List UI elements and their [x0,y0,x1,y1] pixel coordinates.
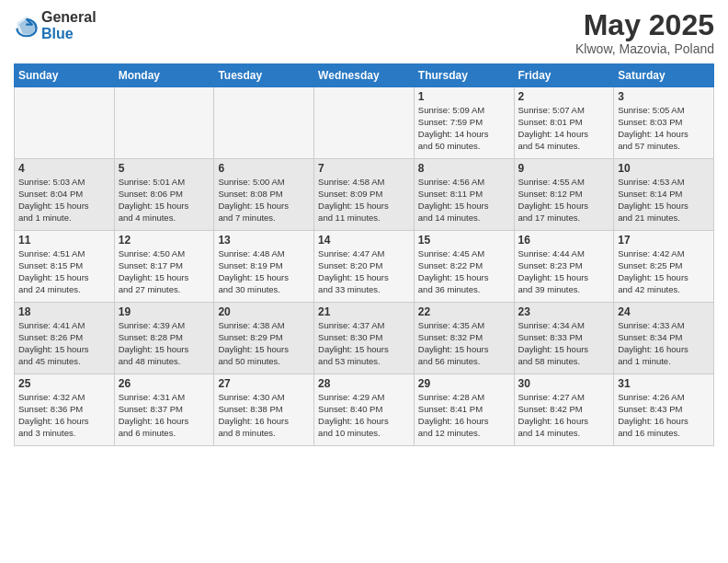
day-info: Sunrise: 4:53 AM Sunset: 8:14 PM Dayligh… [618,177,710,224]
table-row: 17Sunrise: 4:42 AM Sunset: 8:25 PM Dayli… [614,231,714,303]
col-monday: Monday [114,64,214,87]
table-row: 31Sunrise: 4:26 AM Sunset: 8:43 PM Dayli… [614,374,714,446]
day-number: 2 [518,90,610,103]
logo-general-text: General [41,9,97,26]
day-number: 21 [318,305,410,318]
table-row: 15Sunrise: 4:45 AM Sunset: 8:22 PM Dayli… [414,231,514,303]
table-row: 11Sunrise: 4:51 AM Sunset: 8:15 PM Dayli… [15,231,115,303]
day-number: 18 [18,305,110,318]
table-row: 29Sunrise: 4:28 AM Sunset: 8:41 PM Dayli… [414,374,514,446]
day-info: Sunrise: 5:05 AM Sunset: 8:03 PM Dayligh… [618,105,710,152]
col-sunday: Sunday [15,64,115,87]
col-thursday: Thursday [414,64,514,87]
page: General Blue May 2025 Klwow, Mazovia, Po… [0,0,728,563]
day-number: 7 [318,162,410,175]
table-row: 5Sunrise: 5:01 AM Sunset: 8:06 PM Daylig… [114,159,214,231]
day-info: Sunrise: 5:00 AM Sunset: 8:08 PM Dayligh… [218,177,310,224]
day-info: Sunrise: 4:28 AM Sunset: 8:41 PM Dayligh… [418,392,510,439]
day-number: 10 [618,162,710,175]
day-number: 13 [218,234,310,247]
logo-blue-text: Blue [41,26,97,42]
day-number: 16 [518,234,610,247]
day-number: 4 [18,162,110,175]
day-number: 6 [218,162,310,175]
day-number: 19 [119,305,210,318]
calendar-header-row: Sunday Monday Tuesday Wednesday Thursday… [15,64,714,87]
day-info: Sunrise: 5:01 AM Sunset: 8:06 PM Dayligh… [119,177,210,224]
table-row: 16Sunrise: 4:44 AM Sunset: 8:23 PM Dayli… [514,231,614,303]
table-row: 3Sunrise: 5:05 AM Sunset: 8:03 PM Daylig… [614,87,714,159]
day-info: Sunrise: 4:31 AM Sunset: 8:37 PM Dayligh… [119,392,210,439]
day-number: 24 [618,305,710,318]
calendar-week-3: 11Sunrise: 4:51 AM Sunset: 8:15 PM Dayli… [15,231,714,303]
day-number: 15 [418,234,510,247]
day-info: Sunrise: 4:26 AM Sunset: 8:43 PM Dayligh… [618,392,710,439]
day-info: Sunrise: 4:45 AM Sunset: 8:22 PM Dayligh… [418,248,510,295]
header: General Blue May 2025 Klwow, Mazovia, Po… [14,9,714,56]
calendar-table: Sunday Monday Tuesday Wednesday Thursday… [14,63,714,446]
day-info: Sunrise: 4:32 AM Sunset: 8:36 PM Dayligh… [18,392,110,439]
table-row [114,87,214,159]
day-info: Sunrise: 4:51 AM Sunset: 8:15 PM Dayligh… [18,248,110,295]
day-info: Sunrise: 4:33 AM Sunset: 8:34 PM Dayligh… [618,320,710,367]
day-info: Sunrise: 4:48 AM Sunset: 8:19 PM Dayligh… [218,248,310,295]
table-row: 13Sunrise: 4:48 AM Sunset: 8:19 PM Dayli… [214,231,314,303]
day-info: Sunrise: 4:37 AM Sunset: 8:30 PM Dayligh… [318,320,410,367]
table-row: 9Sunrise: 4:55 AM Sunset: 8:12 PM Daylig… [514,159,614,231]
day-info: Sunrise: 4:58 AM Sunset: 8:09 PM Dayligh… [318,177,410,224]
day-info: Sunrise: 4:55 AM Sunset: 8:12 PM Dayligh… [518,177,610,224]
day-number: 12 [119,234,210,247]
calendar-week-4: 18Sunrise: 4:41 AM Sunset: 8:26 PM Dayli… [15,303,714,374]
day-number: 20 [218,305,310,318]
day-number: 23 [518,305,610,318]
day-number: 5 [119,162,210,175]
table-row: 21Sunrise: 4:37 AM Sunset: 8:30 PM Dayli… [314,303,415,374]
day-info: Sunrise: 4:29 AM Sunset: 8:40 PM Dayligh… [318,392,410,439]
col-friday: Friday [514,64,614,87]
table-row: 6Sunrise: 5:00 AM Sunset: 8:08 PM Daylig… [214,159,314,231]
table-row: 20Sunrise: 4:38 AM Sunset: 8:29 PM Dayli… [214,303,314,374]
day-number: 26 [119,377,210,390]
day-number: 31 [618,377,710,390]
table-row [15,87,115,159]
day-info: Sunrise: 4:35 AM Sunset: 8:32 PM Dayligh… [418,320,510,367]
day-info: Sunrise: 4:56 AM Sunset: 8:11 PM Dayligh… [418,177,510,224]
table-row: 12Sunrise: 4:50 AM Sunset: 8:17 PM Dayli… [114,231,214,303]
table-row: 2Sunrise: 5:07 AM Sunset: 8:01 PM Daylig… [514,87,614,159]
table-row: 19Sunrise: 4:39 AM Sunset: 8:28 PM Dayli… [114,303,214,374]
day-number: 27 [218,377,310,390]
day-info: Sunrise: 4:39 AM Sunset: 8:28 PM Dayligh… [119,320,210,367]
table-row: 24Sunrise: 4:33 AM Sunset: 8:34 PM Dayli… [614,303,714,374]
table-row: 10Sunrise: 4:53 AM Sunset: 8:14 PM Dayli… [614,159,714,231]
table-row: 18Sunrise: 4:41 AM Sunset: 8:26 PM Dayli… [15,303,115,374]
table-row: 7Sunrise: 4:58 AM Sunset: 8:09 PM Daylig… [314,159,415,231]
table-row: 4Sunrise: 5:03 AM Sunset: 8:04 PM Daylig… [15,159,115,231]
col-saturday: Saturday [614,64,714,87]
day-info: Sunrise: 4:47 AM Sunset: 8:20 PM Dayligh… [318,248,410,295]
table-row: 30Sunrise: 4:27 AM Sunset: 8:42 PM Dayli… [514,374,614,446]
logo-text: General Blue [41,9,97,41]
col-tuesday: Tuesday [214,64,314,87]
day-number: 28 [318,377,410,390]
day-info: Sunrise: 4:30 AM Sunset: 8:38 PM Dayligh… [218,392,310,439]
day-number: 30 [518,377,610,390]
day-info: Sunrise: 4:50 AM Sunset: 8:17 PM Dayligh… [119,248,210,295]
table-row [214,87,314,159]
calendar-week-1: 1Sunrise: 5:09 AM Sunset: 7:59 PM Daylig… [15,87,714,159]
logo-icon [14,13,40,39]
day-info: Sunrise: 5:03 AM Sunset: 8:04 PM Dayligh… [18,177,110,224]
day-number: 22 [418,305,510,318]
day-number: 14 [318,234,410,247]
logo: General Blue [14,9,97,41]
day-number: 3 [618,90,710,103]
day-info: Sunrise: 4:42 AM Sunset: 8:25 PM Dayligh… [618,248,710,295]
table-row: 25Sunrise: 4:32 AM Sunset: 8:36 PM Dayli… [15,374,115,446]
day-number: 29 [418,377,510,390]
day-number: 17 [618,234,710,247]
table-row: 23Sunrise: 4:34 AM Sunset: 8:33 PM Dayli… [514,303,614,374]
day-number: 11 [18,234,110,247]
table-row: 8Sunrise: 4:56 AM Sunset: 8:11 PM Daylig… [414,159,514,231]
table-row: 28Sunrise: 4:29 AM Sunset: 8:40 PM Dayli… [314,374,415,446]
location-subtitle: Klwow, Mazovia, Poland [575,41,714,56]
day-number: 1 [418,90,510,103]
